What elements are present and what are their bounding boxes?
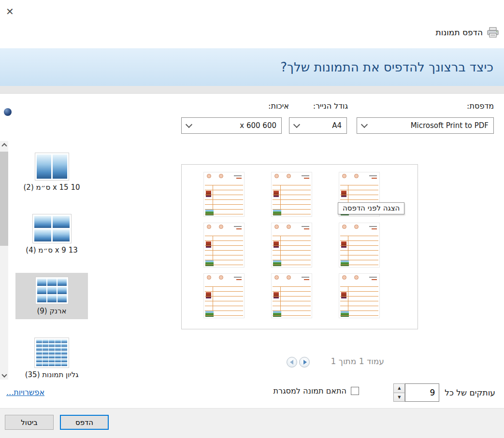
photo-tile xyxy=(43,359,48,362)
card-table-line xyxy=(273,311,311,311)
card-photo xyxy=(206,292,211,298)
card-table-line xyxy=(205,204,243,205)
card-stamp xyxy=(287,225,291,229)
card-photo xyxy=(274,191,279,197)
sidebar-item-layout-1[interactable]: 13 x 9 ס״מ (4) xyxy=(15,210,88,258)
card-table-line xyxy=(205,185,243,185)
copies-decrement-button[interactable]: ▼ xyxy=(393,393,405,402)
help-globe-icon[interactable] xyxy=(4,108,12,116)
preview-tooltip: הצגה לפני הדפסה xyxy=(338,202,404,214)
photo-tile xyxy=(34,216,51,228)
card-table-line xyxy=(205,315,243,316)
sidebar-item-layout-3[interactable]: גליון תמונות (35) xyxy=(15,334,88,383)
cancel-button[interactable]: ביטול xyxy=(5,415,54,430)
preview-photo xyxy=(203,273,245,318)
photo-tile xyxy=(53,216,70,228)
card-table-line xyxy=(273,250,311,251)
card-table-line xyxy=(273,209,311,210)
card-table-line xyxy=(205,190,243,190)
scroll-down-button[interactable] xyxy=(0,371,8,380)
photo-tile xyxy=(55,339,61,343)
card-text-line xyxy=(304,178,309,179)
previous-page-button[interactable] xyxy=(287,357,297,367)
photo-tile xyxy=(43,355,48,358)
card-table-line xyxy=(273,245,311,246)
photo-tile xyxy=(61,351,67,354)
photo-tile xyxy=(36,343,42,347)
photo-tile xyxy=(47,295,57,302)
layout-label: גליון תמונות (35) xyxy=(25,370,79,379)
photo-tile xyxy=(36,351,42,354)
card-table-line xyxy=(273,291,311,292)
card-table-line xyxy=(340,185,378,185)
card-table-line xyxy=(340,190,378,190)
card-table-line xyxy=(205,245,243,246)
quality-select[interactable]: x 600 600 xyxy=(181,117,282,134)
card-table-line xyxy=(273,240,311,241)
card-text-line xyxy=(372,279,377,280)
options-link[interactable]: אפשרויות... xyxy=(6,388,44,397)
card-stamp xyxy=(219,275,223,280)
preview-photo xyxy=(203,172,245,217)
card-table-line xyxy=(340,195,378,195)
card-table-line xyxy=(273,301,311,301)
layout-label: ארנק (9) xyxy=(37,307,66,315)
card-text-line xyxy=(372,228,377,229)
dialog-header: הדפס תמונות xyxy=(436,27,499,38)
card-table-line xyxy=(273,260,311,260)
printer-value: Microsoft Print to PDF xyxy=(411,121,489,130)
card-table-line xyxy=(205,286,243,287)
photo-tile xyxy=(36,359,42,362)
scroll-up-button[interactable] xyxy=(0,141,8,149)
photo-tile xyxy=(49,347,55,351)
card-stamp xyxy=(274,174,279,178)
card-table-line xyxy=(205,236,243,236)
layout-label: 13 x 9 ס״מ (4) xyxy=(26,246,77,254)
sidebar-item-layout-0[interactable]: 10 x 15 ס״מ (2) xyxy=(15,149,88,196)
print-button[interactable]: הדפס xyxy=(60,415,109,430)
card-text-line xyxy=(304,279,309,280)
card-text-line xyxy=(236,279,242,280)
arrow-right-icon xyxy=(303,360,307,365)
fit-to-frame-label: התאם תמונה למסגרת xyxy=(273,386,346,396)
card-photo xyxy=(341,292,346,298)
layout-sidebar: 10 x 15 ס״מ (2)13 x 9 ס״מ (4)ארנק (9)גלי… xyxy=(0,141,97,380)
layout-thumbnail xyxy=(34,338,69,368)
photo-tile xyxy=(37,287,46,294)
card-table-line xyxy=(340,245,378,246)
preview-photo xyxy=(339,273,380,318)
photo-tile xyxy=(36,355,42,358)
card-table-line xyxy=(273,296,311,297)
copies-input[interactable] xyxy=(405,383,439,402)
close-button[interactable]: ✕ xyxy=(4,6,16,17)
card-text-line xyxy=(302,277,309,278)
card-stamp xyxy=(207,174,211,178)
photo-tile xyxy=(61,339,67,343)
printer-select[interactable]: Microsoft Print to PDF xyxy=(357,117,494,134)
card-text-line xyxy=(234,226,242,227)
sidebar-scrollbar[interactable] xyxy=(0,141,8,380)
card-photo xyxy=(205,209,214,215)
next-page-button[interactable] xyxy=(299,357,310,367)
card-text-line xyxy=(372,178,377,179)
card-photo xyxy=(273,311,281,317)
sidebar-item-layout-2[interactable]: ארנק (9) xyxy=(15,273,88,319)
preview-grid xyxy=(203,172,380,318)
scrollbar-thumb[interactable] xyxy=(0,152,8,246)
card-stamp xyxy=(342,275,346,280)
photo-tile xyxy=(58,287,67,294)
paper-size-select[interactable]: A4 xyxy=(289,117,347,134)
card-photo xyxy=(341,311,349,317)
printer-icon xyxy=(487,27,499,38)
card-table-line xyxy=(273,204,311,205)
fit-to-frame-checkbox[interactable] xyxy=(351,387,359,395)
preview-photo xyxy=(271,223,312,268)
photo-tile xyxy=(34,229,51,241)
quality-value: x 600 600 xyxy=(240,121,276,130)
card-table-line xyxy=(273,255,311,255)
photo-tile xyxy=(36,347,42,351)
card-table-line xyxy=(273,199,311,200)
card-table-line xyxy=(205,240,243,241)
copies-increment-button[interactable]: ▲ xyxy=(393,383,405,393)
photo-tile xyxy=(36,363,42,366)
